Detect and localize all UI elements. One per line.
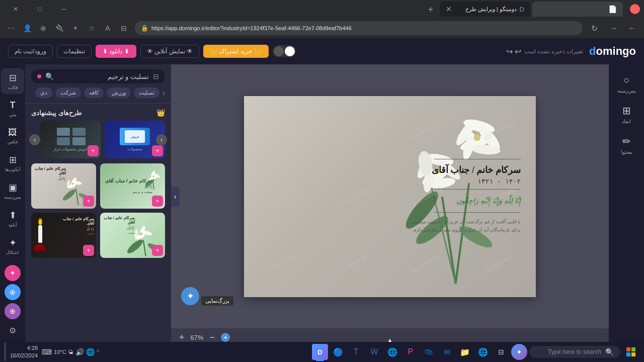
grid-template-3[interactable]: سرکام خانم / جناب آقای إِنَّا لِلَّهِ تس… [100, 213, 165, 258]
settings-button[interactable]: تنظیمات [57, 45, 92, 58]
taskbar-edge-icon[interactable]: 🌐 [475, 344, 491, 360]
featured-template-2[interactable]: فروش محصولات ابزار + [40, 121, 101, 158]
svg-rect-52 [626, 352, 630, 356]
redo-button[interactable]: ↪ [506, 47, 513, 56]
taskbar-teams-icon[interactable]: T [348, 344, 364, 360]
sidebar-item-image[interactable]: 🖼 عکس [1, 123, 24, 148]
preview-button[interactable]: 👁 نمایش آنلاین 👁 [140, 45, 199, 58]
taskbar-store-icon[interactable]: 🛍 [421, 344, 437, 360]
sidebar-item-template[interactable]: ⊟ قالب [1, 68, 24, 94]
login-button[interactable]: ورود/ثبت نام [8, 45, 53, 58]
sidebar-item-text[interactable]: T متن [1, 96, 24, 121]
search-bar[interactable]: ⊟ 🔍 [31, 69, 165, 83]
templates-scroll-panel[interactable]: 👑 طرح‌های پیشنهادی ‹ فروش محصو [25, 104, 171, 346]
template-2-add-button[interactable]: + [88, 145, 99, 156]
window-minimize-button[interactable]: ─ [52, 0, 75, 18]
undo-button[interactable]: ↩ [515, 47, 521, 56]
taskbar-word-icon[interactable]: W [366, 344, 382, 360]
taskbar-domingo-active[interactable]: D [312, 344, 328, 360]
dark-mode-toggle[interactable] [273, 45, 296, 57]
category-tag-sports[interactable]: ورزش [107, 87, 131, 98]
sidebar-item-background[interactable]: ▣ پس‌زمینه [1, 178, 24, 204]
browser-action-favorite[interactable]: ☆ [85, 21, 99, 35]
special-icon-purple[interactable]: ⊕ [5, 303, 21, 319]
browser-action-translate[interactable]: A [101, 21, 115, 35]
taskbar-copilot-pin-icon[interactable]: P [403, 344, 419, 360]
tray-chevron[interactable]: ^ [97, 348, 100, 355]
zoom-out-button[interactable]: − [210, 332, 215, 343]
new-tab-button[interactable]: + [424, 3, 438, 17]
taskbar-clock[interactable]: 4:28 16/02/2024 [10, 344, 38, 360]
task-view-button[interactable]: ⊟ [493, 344, 509, 360]
grid-template-1-add[interactable]: + [152, 196, 163, 207]
sidebar-item-upload[interactable]: ⬆ آپلود [1, 206, 24, 231]
browser-tab-new[interactable]: 📄 [532, 2, 623, 17]
header-left: domingo تغییرات ذخیره نشده است ↩ ↪ [506, 45, 636, 58]
templates-nav-prev[interactable]: ‹ [156, 134, 167, 145]
forward-button[interactable]: → [606, 21, 621, 36]
grid-template-2[interactable]: سرکام خانم / جناب آقای إِنَّا لِلَّهِ + [31, 163, 96, 209]
taskbar-explorer-icon[interactable]: 📁 [457, 344, 473, 360]
taskbar-mail-icon[interactable]: ✉ [439, 344, 455, 360]
sidebar-item-icons[interactable]: ⊞ آیکون‌ها [1, 150, 24, 176]
category-tag-company[interactable]: شرکت [55, 87, 81, 98]
back-button[interactable]: ← [625, 21, 640, 36]
category-tag-condolence[interactable]: تسلیت [134, 87, 159, 98]
browser-action-copilot[interactable]: ✦ [68, 21, 83, 35]
subscribe-button[interactable]: 👑 خرید اشتراک 👑 [203, 45, 269, 58]
browser-action-extension[interactable]: 🔌 [52, 21, 66, 35]
canvas-container[interactable]: › [171, 64, 609, 328]
grid-template-2-add[interactable]: + [83, 196, 94, 207]
position-icon[interactable]: ✦ [221, 333, 230, 342]
grid-template-3-add[interactable]: + [152, 245, 163, 256]
tool-content[interactable]: ✏ محتوا [612, 131, 641, 159]
tray-network-icon[interactable]: 🌐 [86, 348, 95, 356]
browser-action-collections[interactable]: ⊕ [36, 21, 50, 35]
show-desktop-button[interactable] [4, 343, 6, 361]
tray-keyboard-icon[interactable]: ⌨ [42, 348, 52, 356]
clock-date: 16/02/2024 [10, 352, 38, 359]
filter-icon[interactable]: ⊟ [153, 72, 159, 80]
templates-nav-next[interactable]: › [29, 134, 40, 145]
refresh-button[interactable]: ↻ [587, 21, 602, 36]
category-tag-cafe[interactable]: کافه [84, 87, 104, 98]
taskbar-extra-icon[interactable]: 🔵 [330, 344, 346, 360]
address-bar[interactable]: 🔒 https://app.domingo.ir/editor?industry… [135, 21, 583, 35]
panel-toggle-button[interactable]: › [171, 187, 180, 207]
category-nav-back[interactable]: ‹ [163, 88, 165, 98]
start-button[interactable] [622, 343, 640, 361]
tab-close-button[interactable]: ✕ [446, 5, 452, 13]
template-label-1: محصولات [127, 147, 142, 151]
settings-icon-btn[interactable]: ⚙ [5, 322, 21, 338]
tray-sound-icon[interactable]: 🔊 [75, 348, 84, 356]
taskbar-chrome-icon[interactable]: 🌐 [384, 344, 400, 360]
grid-template-4[interactable]: سرکام خانم / جناب آقای إِنَّا لِلَّهِ تس… [31, 213, 96, 258]
zoom-in-button[interactable]: + [179, 332, 185, 343]
search-input[interactable] [58, 73, 149, 80]
special-icon-pink[interactable]: ✦ [5, 265, 21, 281]
tool-background[interactable]: ○ پس‌زمینه [612, 70, 641, 98]
special-icon-blue[interactable]: ⊕ [5, 284, 21, 300]
sidebar-item-shapes[interactable]: ✦ اشکال [1, 233, 24, 259]
window-close-button[interactable] [630, 4, 640, 14]
browser-tab-active[interactable]: D دومینگو | ویرایش طرح ✕ [440, 2, 530, 17]
window-maximize-button[interactable]: □ [28, 0, 51, 18]
taskbar-left: 🔍 Type here to search ✦ ⊟ 🌐 📁 ✉ 🛍 P 🌐 W … [312, 343, 640, 361]
template-label: قالب [8, 85, 18, 90]
upload-icon: ⬆ [9, 210, 17, 221]
browser-action-more[interactable]: ⋯ [4, 21, 18, 35]
template-1-add-button[interactable]: + [152, 145, 163, 156]
browser-action-split[interactable]: ⊟ [117, 21, 131, 35]
zoom-magnifier[interactable]: ✦ [181, 287, 199, 305]
category-tag-day[interactable]: دی [35, 87, 52, 98]
browser-action-person[interactable]: 👤 [20, 21, 34, 35]
taskbar-search-box[interactable]: 🔍 Type here to search [529, 346, 620, 358]
template-grid: سرکام خانم / جناب آقای إِنَّا لِلَّهِ تس… [25, 163, 171, 264]
grid-template-1[interactable]: سرکام خانم / جناب آقای إِنَّا لِلَّهِ تس… [100, 163, 165, 209]
copilot-button[interactable]: ✦ [511, 344, 527, 360]
download-button[interactable]: ⬇ دانلود ⬇ [96, 45, 136, 58]
window-close-x-button[interactable]: ✕ [4, 0, 27, 18]
grid-template-4-add[interactable]: + [83, 245, 94, 256]
tray-weather[interactable]: 🌤 10°C [54, 349, 73, 355]
tool-dimensions[interactable]: ⊞ ابعاد [612, 101, 641, 128]
